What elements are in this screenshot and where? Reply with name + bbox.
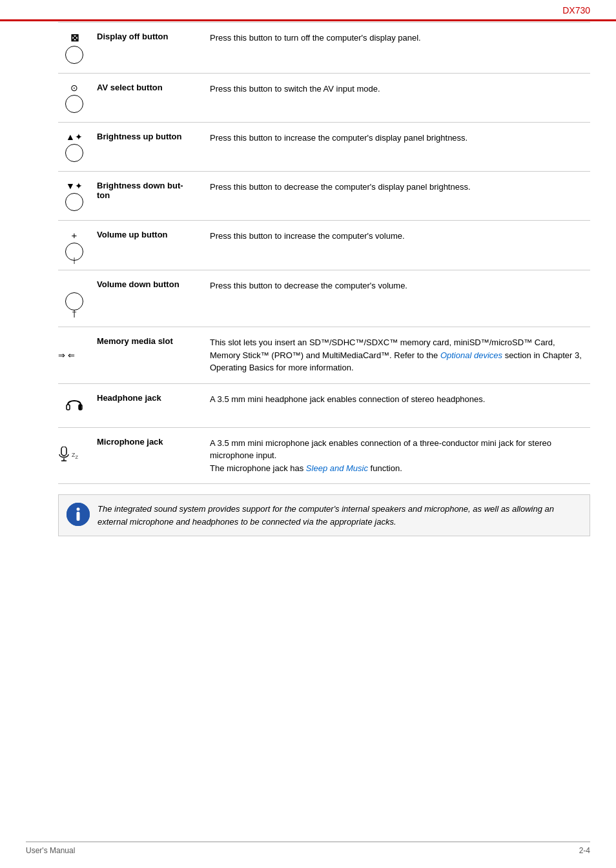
info-note-text: The integrated sound system provides sup…: [98, 503, 582, 528]
feature-name-volume-down: Volume down button: [97, 270, 210, 327]
icon-cell-headphone: [58, 383, 97, 427]
table-row: + – | Volume down button Press this butt…: [58, 270, 590, 327]
brightness-down-icon: ▼✦: [58, 181, 90, 211]
icon-cell-brightness-down: ▼✦: [58, 172, 97, 221]
svg-rect-0: [67, 405, 70, 410]
mic-svg: [58, 447, 70, 465]
feature-table: ⊠ Display off button Press this button t…: [58, 22, 590, 484]
feature-name-memory-media: Memory media slot: [97, 327, 210, 384]
table-row: ▲✦ Brightness up button Press this butto…: [58, 123, 590, 172]
footer-left: User's Manual: [26, 846, 75, 855]
feature-name-brightness-up: Brightness up button: [97, 123, 210, 172]
table-row: ⇒ ⇐ Memory media slot This slot lets you…: [58, 327, 590, 384]
table-row: Headphone jack A 3.5 mm mini headphone j…: [58, 383, 590, 427]
svg-point-6: [77, 508, 80, 511]
table-row: + | Volume up button Press this button t…: [58, 221, 590, 270]
av-select-icon: ⊙: [58, 83, 90, 113]
microphone-icon: zz: [58, 447, 90, 465]
headphone-icon: [58, 393, 90, 418]
info-icon: [67, 503, 90, 526]
headphone-svg: [64, 393, 85, 414]
feature-name-microphone: Microphone jack: [97, 427, 210, 484]
table-row: ⊠ Display off button Press this button t…: [58, 23, 590, 74]
page-title: DX730: [562, 5, 590, 15]
info-icon-svg: [67, 503, 90, 526]
page-container: DX730 ⊠ Display off button: [0, 0, 616, 868]
feature-desc-volume-down: Press this button to decrease the comput…: [210, 270, 590, 327]
table-row: ▼✦ Brightness down but-ton Press this bu…: [58, 172, 590, 221]
icon-cell-brightness-up: ▲✦: [58, 123, 97, 172]
footer-right: 2-4: [579, 846, 590, 855]
memory-media-icon: ⇒ ⇐: [58, 350, 90, 360]
svg-rect-2: [61, 447, 67, 456]
feature-name-volume-up: Volume up button: [97, 221, 210, 270]
table-row: ⊙ AV select button Press this button to …: [58, 74, 590, 123]
volume-up-icon: + |: [58, 230, 90, 261]
icon-cell-volume-down: + – |: [58, 270, 97, 327]
feature-desc-av-select: Press this button to switch the AV input…: [210, 74, 590, 123]
optional-devices-link[interactable]: Optional devices: [440, 350, 502, 360]
feature-name-display-off: Display off button: [97, 23, 210, 74]
feature-desc-memory-media: This slot lets you insert an SD™/SDHC™/S…: [210, 327, 590, 384]
feature-desc-microphone: A 3.5 mm mini microphone jack enables co…: [210, 427, 590, 484]
icon-cell-volume-up: + |: [58, 221, 97, 270]
svg-rect-7: [77, 512, 80, 521]
icon-cell-display-off: ⊠: [58, 23, 97, 74]
table-row: zz Microphone jack A 3.5 mm mini microph…: [58, 427, 590, 484]
page-header: DX730: [0, 0, 616, 18]
volume-down-icon: + – |: [58, 279, 90, 318]
icon-cell-memory-media: ⇒ ⇐: [58, 327, 97, 384]
feature-desc-brightness-down: Press this button to decrease the comput…: [210, 172, 590, 221]
feature-desc-brightness-up: Press this button to increase the comput…: [210, 123, 590, 172]
brightness-up-icon: ▲✦: [58, 132, 90, 162]
icon-cell-av-select: ⊙: [58, 74, 97, 123]
feature-name-av-select: AV select button: [97, 74, 210, 123]
info-note-box: The integrated sound system provides sup…: [58, 494, 590, 536]
content-area: ⊠ Display off button Press this button t…: [0, 22, 616, 549]
feature-name-headphone: Headphone jack: [97, 383, 210, 427]
top-border-line: [0, 19, 616, 21]
icon-cell-microphone: zz: [58, 427, 97, 484]
feature-name-brightness-down: Brightness down but-ton: [97, 172, 210, 221]
feature-desc-display-off: Press this button to turn off the comput…: [210, 23, 590, 74]
feature-desc-headphone: A 3.5 mm mini headphone jack enables con…: [210, 383, 590, 427]
page-footer: User's Manual 2-4: [26, 842, 590, 855]
display-off-icon: ⊠: [58, 32, 90, 64]
feature-desc-volume-up: Press this button to increase the comput…: [210, 221, 590, 270]
sleep-and-music-link[interactable]: Sleep and Music: [306, 463, 368, 473]
